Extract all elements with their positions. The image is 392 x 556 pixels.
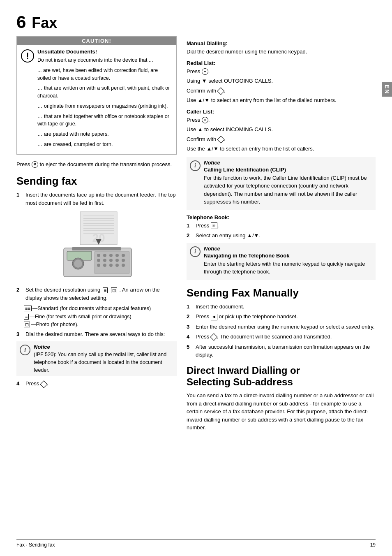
footer: Fax · Sending fax 19	[16, 540, 376, 548]
fax-image: 20	[16, 211, 177, 281]
svg-point-31	[74, 259, 82, 268]
redial-heading: Redial List:	[187, 60, 376, 66]
caution-line-2: … that are written on with a soft pencil…	[37, 84, 172, 100]
step-4: 4 Press .	[16, 380, 177, 388]
res-standard: ≡≡—Standard (for documents without speci…	[24, 305, 177, 313]
telephone-steps: 1 Press ☏. 2 Select an entry using ▲/▼.	[187, 222, 376, 240]
caller-line-0: Press ●.	[187, 116, 376, 124]
step-3: 3 Dial the desired number. There are sev…	[16, 330, 177, 338]
handset-icon: ◀	[211, 314, 217, 320]
sending-manually-heading: Sending Fax Manually	[187, 287, 376, 299]
svg-point-19	[122, 254, 125, 257]
svg-point-25	[97, 264, 100, 267]
step-1: 1 Insert the documents face up into the …	[16, 191, 177, 207]
note-italic-label: Notice	[34, 344, 173, 350]
caution-line-3: … originate from newspapers or magazines…	[37, 102, 172, 110]
res-icon-std: ≡	[103, 287, 108, 293]
notice-label-clip: Notice	[204, 160, 372, 166]
res-icon-photo: ⊡	[111, 287, 117, 293]
step3-list: 3 Dial the desired number. There are sev…	[16, 330, 177, 338]
footer-left: Fax · Sending fax	[16, 542, 55, 548]
note-box-clip: i Notice Calling Line Identification (CL…	[187, 157, 376, 210]
caller-line-1: Use ▲ to select INCOMING CALLS.	[187, 125, 376, 134]
note-icon-ipf: i	[20, 345, 30, 355]
note-box-ipf: i Notice (IPF 520): You can only call up…	[16, 341, 177, 376]
diamond-icon-sm4	[210, 334, 217, 341]
manual-dialling-text: Dial the desired number using the numeri…	[187, 48, 376, 56]
caller-circle-icon: ●	[202, 117, 208, 123]
caution-title: Unsuitable Documents!	[37, 49, 172, 55]
sm-step-2: 2 Press ◀ or pick up the telephone hands…	[187, 313, 376, 321]
svg-point-26	[103, 264, 106, 267]
note-content-ipf: Notice (IPF 520): You can only call up t…	[34, 344, 173, 374]
caution-line-4: … that are held together with office or …	[37, 113, 172, 128]
sm-step-3: 3 Enter the desired number using the num…	[187, 323, 376, 331]
caller-line-2: Confirm with .	[187, 135, 376, 144]
redial-line-1: Using ▼ select OUTGOING CALLS.	[187, 77, 376, 85]
caution-line-1: ... are wet, have been edited with corre…	[37, 67, 172, 82]
svg-point-20	[97, 259, 100, 262]
svg-point-24	[122, 259, 125, 262]
step2-list: 2 Set the desired resolution using ≡ ⊡ .…	[16, 286, 177, 302]
svg-point-27	[109, 264, 113, 267]
note-content-nav: Notice Navigating in the Telephone Book …	[204, 246, 372, 278]
svg-point-29	[122, 264, 125, 267]
telephone-heading: Telephone Book:	[187, 214, 376, 220]
footer-right: 19	[370, 542, 376, 548]
caution-content: Unsuitable Documents! Do not insert any …	[37, 49, 172, 151]
res-photo: ⊡—Photo (for photos).	[24, 321, 177, 329]
sending-manually-steps: 1 Insert the document. 2 Press ◀ or pick…	[187, 303, 376, 359]
caution-icon: !	[21, 49, 34, 63]
left-column: CAUTION! ! Unsuitable Documents! Do not …	[16, 36, 177, 433]
tel-book-icon: ☏	[211, 222, 217, 229]
caution-header: CAUTION!	[17, 37, 176, 45]
redial-line-3: Use ▲/▼ to select an entry from the list…	[187, 96, 376, 104]
clip-text: For this function to work, the Caller Li…	[204, 174, 372, 206]
manual-dialling-heading: Manual Dialling:	[187, 40, 376, 46]
nav-text: Enter the starting letters with the nume…	[204, 260, 372, 276]
svg-point-22	[109, 259, 113, 262]
caution-line-0: Do not insert any documents into the dev…	[37, 56, 172, 64]
diamond-icon-confirm	[217, 87, 224, 95]
res-fine: ≡—Fine (for texts with small print or dr…	[24, 313, 177, 321]
redial-line-0: Press ●.	[187, 67, 376, 76]
note-icon-clip: i	[190, 160, 201, 171]
svg-point-17	[109, 254, 113, 257]
direct-dialling-text: You can send a fax to a direct-inward di…	[187, 392, 376, 432]
sm-step-5: 5 After successful transmission, a trans…	[187, 343, 376, 359]
caution-box: CAUTION! ! Unsuitable Documents! Do not …	[16, 36, 177, 155]
eject-note: Press ⊗ to eject the documents during th…	[16, 160, 177, 169]
caution-line-5: … are pasted with note papers.	[37, 130, 172, 138]
tel-step-1: 1 Press ☏.	[187, 222, 376, 230]
step-2: 2 Set the desired resolution using ≡ ⊡ .…	[16, 286, 177, 302]
sm-step-4: 4 Press . The document will be scanned a…	[187, 333, 376, 341]
direct-dialling-heading: Direct Inward Dialling or Selecting Sub-…	[187, 365, 376, 389]
nav-title: Navigating in the Telephone Book	[204, 253, 372, 259]
svg-rect-12	[72, 247, 121, 250]
right-column: Manual Dialling: Dial the desired number…	[187, 36, 376, 433]
svg-point-23	[115, 259, 119, 262]
caution-line-6: … are creased, crumpled or torn.	[37, 141, 172, 148]
en-badge: EN	[382, 82, 392, 97]
svg-point-16	[103, 254, 106, 257]
caller-heading: Caller List:	[187, 109, 376, 115]
tel-step-2: 2 Select an entry using ▲/▼.	[187, 232, 376, 240]
diamond-icon-caller	[217, 136, 224, 143]
caller-line-3: Use the ▲/▼ to select an entry from the …	[187, 145, 376, 153]
note-box-nav: i Notice Navigating in the Telephone Boo…	[187, 243, 376, 280]
redial-circle-icon: ●	[202, 68, 208, 75]
svg-point-28	[115, 264, 119, 267]
diamond-icon-step4	[40, 380, 47, 388]
step4-list: 4 Press .	[16, 380, 177, 388]
resolution-list: ≡≡—Standard (for documents without speci…	[24, 305, 177, 329]
notice-label-nav: Notice	[204, 246, 372, 252]
svg-point-21	[103, 259, 106, 262]
redial-line-2: Confirm with .	[187, 87, 376, 95]
svg-point-15	[97, 254, 100, 257]
note-icon-nav: i	[190, 246, 201, 257]
sm-step-1: 1 Insert the document.	[187, 303, 376, 311]
note-content-clip: Notice Calling Line Identification (CLIP…	[204, 160, 372, 208]
sending-fax-steps: 1 Insert the documents face up into the …	[16, 191, 177, 207]
sending-fax-heading: Sending fax	[16, 175, 177, 188]
svg-point-18	[115, 254, 119, 257]
